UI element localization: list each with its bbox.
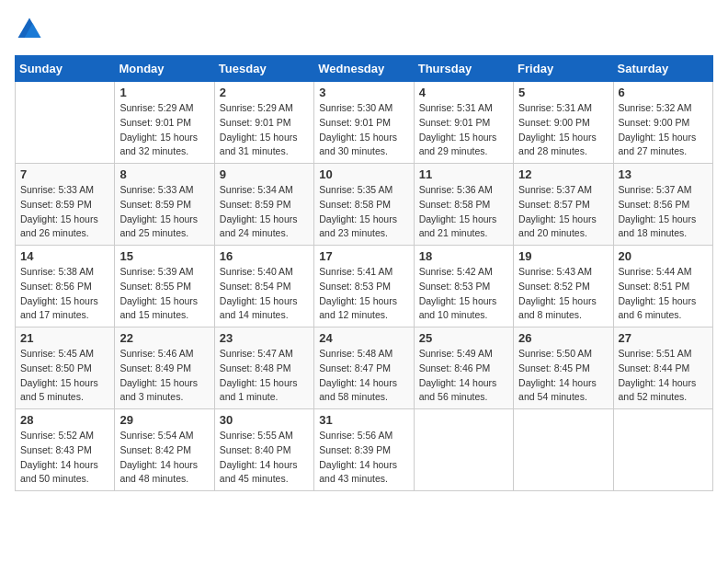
col-header-saturday: Saturday [613, 56, 712, 82]
calendar-cell: 11Sunrise: 5:36 AMSunset: 8:58 PMDayligh… [414, 164, 513, 246]
col-header-wednesday: Wednesday [314, 56, 414, 82]
calendar-cell: 22Sunrise: 5:46 AMSunset: 8:49 PMDayligh… [115, 327, 214, 409]
day-number: 9 [220, 167, 309, 181]
day-info: Sunrise: 5:29 AMSunset: 9:01 PMDaylight:… [119, 101, 209, 159]
day-info: Sunrise: 5:42 AMSunset: 8:53 PMDaylight:… [419, 265, 508, 323]
logo-icon [15, 15, 44, 44]
day-number: 29 [119, 413, 209, 427]
calendar-week-1: 1Sunrise: 5:29 AMSunset: 9:01 PMDaylight… [16, 82, 713, 164]
day-number: 5 [518, 86, 608, 99]
calendar-cell: 3Sunrise: 5:30 AMSunset: 9:01 PMDaylight… [314, 82, 414, 164]
day-number: 6 [619, 86, 708, 99]
col-header-sunday: Sunday [16, 56, 115, 82]
calendar-table: SundayMondayTuesdayWednesdayThursdayFrid… [15, 55, 713, 491]
col-header-thursday: Thursday [414, 56, 513, 82]
calendar-cell: 2Sunrise: 5:29 AMSunset: 9:01 PMDaylight… [214, 82, 313, 164]
calendar-cell: 23Sunrise: 5:47 AMSunset: 8:48 PMDayligh… [214, 327, 313, 409]
calendar-cell: 27Sunrise: 5:51 AMSunset: 8:44 PMDayligh… [613, 327, 712, 409]
day-info: Sunrise: 5:30 AMSunset: 9:01 PMDaylight:… [319, 101, 408, 159]
day-info: Sunrise: 5:55 AMSunset: 8:40 PMDaylight:… [220, 429, 309, 487]
calendar-cell: 26Sunrise: 5:50 AMSunset: 8:45 PMDayligh… [514, 327, 613, 409]
day-info: Sunrise: 5:44 AMSunset: 8:51 PMDaylight:… [619, 265, 708, 323]
day-number: 12 [518, 167, 608, 181]
day-info: Sunrise: 5:37 AMSunset: 8:56 PMDaylight:… [619, 183, 708, 241]
day-info: Sunrise: 5:39 AMSunset: 8:55 PMDaylight:… [119, 265, 209, 323]
calendar-cell: 19Sunrise: 5:43 AMSunset: 8:52 PMDayligh… [514, 246, 613, 327]
calendar-cell: 20Sunrise: 5:44 AMSunset: 8:51 PMDayligh… [613, 246, 712, 327]
day-number: 14 [20, 249, 109, 263]
calendar-header: SundayMondayTuesdayWednesdayThursdayFrid… [16, 56, 713, 82]
col-header-tuesday: Tuesday [214, 56, 313, 82]
day-info: Sunrise: 5:48 AMSunset: 8:47 PMDaylight:… [319, 347, 408, 405]
day-info: Sunrise: 5:38 AMSunset: 8:56 PMDaylight:… [20, 265, 109, 323]
day-number: 23 [220, 331, 309, 345]
day-number: 4 [419, 86, 508, 99]
day-number: 28 [20, 413, 109, 427]
day-number: 17 [319, 249, 408, 263]
day-info: Sunrise: 5:37 AMSunset: 8:57 PMDaylight:… [518, 183, 608, 241]
day-info: Sunrise: 5:49 AMSunset: 8:46 PMDaylight:… [419, 347, 508, 405]
calendar-cell [514, 409, 613, 491]
day-number: 27 [619, 331, 708, 345]
day-info: Sunrise: 5:50 AMSunset: 8:45 PMDaylight:… [518, 347, 608, 405]
day-number: 13 [619, 167, 708, 181]
calendar-cell: 1Sunrise: 5:29 AMSunset: 9:01 PMDaylight… [115, 82, 214, 164]
day-info: Sunrise: 5:33 AMSunset: 8:59 PMDaylight:… [20, 183, 109, 241]
calendar-cell [414, 409, 513, 491]
day-info: Sunrise: 5:41 AMSunset: 8:53 PMDaylight:… [319, 265, 408, 323]
calendar-cell [16, 82, 115, 164]
day-info: Sunrise: 5:46 AMSunset: 8:49 PMDaylight:… [119, 347, 209, 405]
calendar-cell: 17Sunrise: 5:41 AMSunset: 8:53 PMDayligh… [314, 246, 414, 327]
day-number: 30 [220, 413, 309, 427]
day-number: 19 [518, 249, 608, 263]
calendar-cell: 24Sunrise: 5:48 AMSunset: 8:47 PMDayligh… [314, 327, 414, 409]
calendar-cell: 28Sunrise: 5:52 AMSunset: 8:43 PMDayligh… [16, 409, 115, 491]
day-number: 16 [220, 249, 309, 263]
day-info: Sunrise: 5:32 AMSunset: 9:00 PMDaylight:… [619, 101, 708, 159]
day-number: 18 [419, 249, 508, 263]
calendar-cell: 4Sunrise: 5:31 AMSunset: 9:01 PMDaylight… [414, 82, 513, 164]
calendar-cell: 13Sunrise: 5:37 AMSunset: 8:56 PMDayligh… [613, 164, 712, 246]
day-number: 20 [619, 249, 708, 263]
col-header-monday: Monday [115, 56, 214, 82]
col-header-friday: Friday [514, 56, 613, 82]
day-info: Sunrise: 5:47 AMSunset: 8:48 PMDaylight:… [220, 347, 309, 405]
day-number: 2 [220, 86, 309, 99]
calendar-cell: 29Sunrise: 5:54 AMSunset: 8:42 PMDayligh… [115, 409, 214, 491]
calendar-cell: 18Sunrise: 5:42 AMSunset: 8:53 PMDayligh… [414, 246, 513, 327]
calendar-cell [613, 409, 712, 491]
day-number: 11 [419, 167, 508, 181]
logo [15, 15, 48, 44]
day-info: Sunrise: 5:40 AMSunset: 8:54 PMDaylight:… [220, 265, 309, 323]
day-info: Sunrise: 5:29 AMSunset: 9:01 PMDaylight:… [220, 101, 309, 159]
calendar-cell: 8Sunrise: 5:33 AMSunset: 8:59 PMDaylight… [115, 164, 214, 246]
calendar-cell: 9Sunrise: 5:34 AMSunset: 8:59 PMDaylight… [214, 164, 313, 246]
day-info: Sunrise: 5:54 AMSunset: 8:42 PMDaylight:… [119, 429, 209, 487]
day-number: 21 [20, 331, 109, 345]
day-info: Sunrise: 5:36 AMSunset: 8:58 PMDaylight:… [419, 183, 508, 241]
calendar-cell: 12Sunrise: 5:37 AMSunset: 8:57 PMDayligh… [514, 164, 613, 246]
calendar-week-3: 14Sunrise: 5:38 AMSunset: 8:56 PMDayligh… [16, 246, 713, 327]
day-info: Sunrise: 5:56 AMSunset: 8:39 PMDaylight:… [319, 429, 408, 487]
day-info: Sunrise: 5:45 AMSunset: 8:50 PMDaylight:… [20, 347, 109, 405]
day-number: 1 [119, 86, 209, 99]
calendar-week-5: 28Sunrise: 5:52 AMSunset: 8:43 PMDayligh… [16, 409, 713, 491]
day-info: Sunrise: 5:35 AMSunset: 8:58 PMDaylight:… [319, 183, 408, 241]
calendar-week-2: 7Sunrise: 5:33 AMSunset: 8:59 PMDaylight… [16, 164, 713, 246]
calendar-week-4: 21Sunrise: 5:45 AMSunset: 8:50 PMDayligh… [16, 327, 713, 409]
day-info: Sunrise: 5:52 AMSunset: 8:43 PMDaylight:… [20, 429, 109, 487]
calendar-cell: 21Sunrise: 5:45 AMSunset: 8:50 PMDayligh… [16, 327, 115, 409]
day-number: 26 [518, 331, 608, 345]
calendar-cell: 6Sunrise: 5:32 AMSunset: 9:00 PMDaylight… [613, 82, 712, 164]
calendar-cell: 31Sunrise: 5:56 AMSunset: 8:39 PMDayligh… [314, 409, 414, 491]
calendar-cell: 10Sunrise: 5:35 AMSunset: 8:58 PMDayligh… [314, 164, 414, 246]
day-number: 10 [319, 167, 408, 181]
day-number: 15 [119, 249, 209, 263]
calendar-cell: 25Sunrise: 5:49 AMSunset: 8:46 PMDayligh… [414, 327, 513, 409]
day-number: 31 [319, 413, 408, 427]
day-info: Sunrise: 5:34 AMSunset: 8:59 PMDaylight:… [220, 183, 309, 241]
day-number: 7 [20, 167, 109, 181]
calendar-cell: 14Sunrise: 5:38 AMSunset: 8:56 PMDayligh… [16, 246, 115, 327]
calendar-cell: 16Sunrise: 5:40 AMSunset: 8:54 PMDayligh… [214, 246, 313, 327]
calendar-cell: 5Sunrise: 5:31 AMSunset: 9:00 PMDaylight… [514, 82, 613, 164]
